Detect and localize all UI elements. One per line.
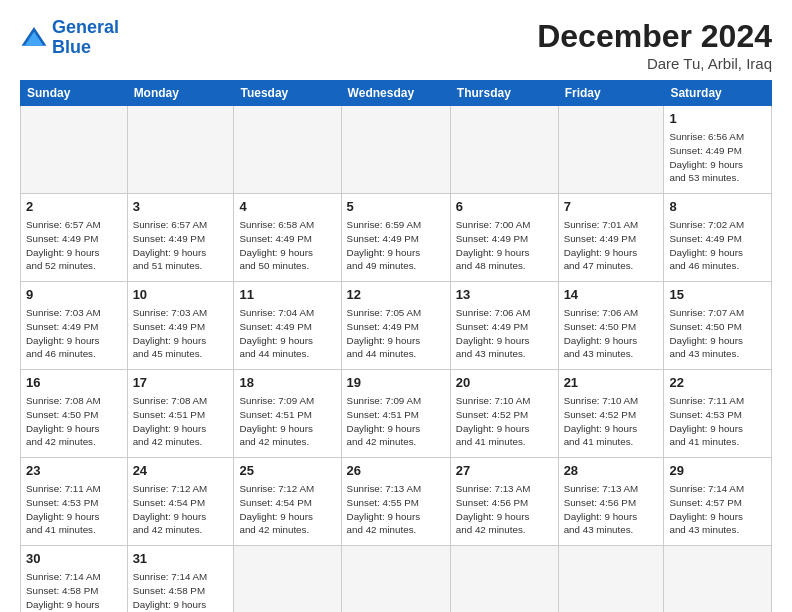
day-info: Sunrise: 7:11 AM Sunset: 4:53 PM Dayligh…: [669, 394, 766, 449]
table-row: 14Sunrise: 7:06 AM Sunset: 4:50 PM Dayli…: [558, 282, 664, 370]
table-row: 11Sunrise: 7:04 AM Sunset: 4:49 PM Dayli…: [234, 282, 341, 370]
day-info: Sunrise: 7:02 AM Sunset: 4:49 PM Dayligh…: [669, 218, 766, 273]
day-number: 31: [133, 550, 229, 568]
logo: General Blue: [20, 18, 119, 58]
table-row: 12Sunrise: 7:05 AM Sunset: 4:49 PM Dayli…: [341, 282, 450, 370]
day-number: 6: [456, 198, 553, 216]
day-info: Sunrise: 7:06 AM Sunset: 4:49 PM Dayligh…: [456, 306, 553, 361]
logo-text: General Blue: [52, 18, 119, 58]
calendar-row: 16Sunrise: 7:08 AM Sunset: 4:50 PM Dayli…: [21, 370, 772, 458]
logo-line1: General: [52, 17, 119, 37]
day-info: Sunrise: 6:58 AM Sunset: 4:49 PM Dayligh…: [239, 218, 335, 273]
calendar-row: 9Sunrise: 7:03 AM Sunset: 4:49 PM Daylig…: [21, 282, 772, 370]
day-info: Sunrise: 6:56 AM Sunset: 4:49 PM Dayligh…: [669, 130, 766, 185]
day-info: Sunrise: 7:09 AM Sunset: 4:51 PM Dayligh…: [347, 394, 445, 449]
table-row: 3Sunrise: 6:57 AM Sunset: 4:49 PM Daylig…: [127, 194, 234, 282]
col-saturday: Saturday: [664, 81, 772, 106]
table-row: 23Sunrise: 7:11 AM Sunset: 4:53 PM Dayli…: [21, 458, 128, 546]
day-info: Sunrise: 7:14 AM Sunset: 4:58 PM Dayligh…: [133, 570, 229, 612]
day-number: 1: [669, 110, 766, 128]
col-thursday: Thursday: [450, 81, 558, 106]
header: General Blue December 2024 Dare Tu, Arbi…: [20, 18, 772, 72]
col-wednesday: Wednesday: [341, 81, 450, 106]
table-row: [21, 106, 128, 194]
day-number: 22: [669, 374, 766, 392]
day-number: 23: [26, 462, 122, 480]
table-row: [450, 546, 558, 613]
col-tuesday: Tuesday: [234, 81, 341, 106]
day-number: 5: [347, 198, 445, 216]
day-info: Sunrise: 7:10 AM Sunset: 4:52 PM Dayligh…: [456, 394, 553, 449]
calendar-row: 1Sunrise: 6:56 AM Sunset: 4:49 PM Daylig…: [21, 106, 772, 194]
table-row: [558, 546, 664, 613]
day-info: Sunrise: 7:07 AM Sunset: 4:50 PM Dayligh…: [669, 306, 766, 361]
calendar-table: Sunday Monday Tuesday Wednesday Thursday…: [20, 80, 772, 612]
table-row: 25Sunrise: 7:12 AM Sunset: 4:54 PM Dayli…: [234, 458, 341, 546]
table-row: [234, 546, 341, 613]
table-row: 6Sunrise: 7:00 AM Sunset: 4:49 PM Daylig…: [450, 194, 558, 282]
table-row: 5Sunrise: 6:59 AM Sunset: 4:49 PM Daylig…: [341, 194, 450, 282]
table-row: [341, 106, 450, 194]
day-number: 8: [669, 198, 766, 216]
calendar-row: 23Sunrise: 7:11 AM Sunset: 4:53 PM Dayli…: [21, 458, 772, 546]
day-number: 12: [347, 286, 445, 304]
day-info: Sunrise: 7:09 AM Sunset: 4:51 PM Dayligh…: [239, 394, 335, 449]
day-number: 11: [239, 286, 335, 304]
day-number: 25: [239, 462, 335, 480]
table-row: 20Sunrise: 7:10 AM Sunset: 4:52 PM Dayli…: [450, 370, 558, 458]
day-number: 2: [26, 198, 122, 216]
calendar-row: 30Sunrise: 7:14 AM Sunset: 4:58 PM Dayli…: [21, 546, 772, 613]
day-info: Sunrise: 7:08 AM Sunset: 4:50 PM Dayligh…: [26, 394, 122, 449]
day-number: 10: [133, 286, 229, 304]
day-number: 15: [669, 286, 766, 304]
table-row: 15Sunrise: 7:07 AM Sunset: 4:50 PM Dayli…: [664, 282, 772, 370]
day-info: Sunrise: 7:14 AM Sunset: 4:58 PM Dayligh…: [26, 570, 122, 612]
day-number: 30: [26, 550, 122, 568]
table-row: 16Sunrise: 7:08 AM Sunset: 4:50 PM Dayli…: [21, 370, 128, 458]
calendar-header-row: Sunday Monday Tuesday Wednesday Thursday…: [21, 81, 772, 106]
day-info: Sunrise: 6:59 AM Sunset: 4:49 PM Dayligh…: [347, 218, 445, 273]
table-row: 4Sunrise: 6:58 AM Sunset: 4:49 PM Daylig…: [234, 194, 341, 282]
table-row: 28Sunrise: 7:13 AM Sunset: 4:56 PM Dayli…: [558, 458, 664, 546]
day-info: Sunrise: 7:11 AM Sunset: 4:53 PM Dayligh…: [26, 482, 122, 537]
day-number: 20: [456, 374, 553, 392]
table-row: 24Sunrise: 7:12 AM Sunset: 4:54 PM Dayli…: [127, 458, 234, 546]
day-number: 13: [456, 286, 553, 304]
table-row: [558, 106, 664, 194]
day-info: Sunrise: 7:08 AM Sunset: 4:51 PM Dayligh…: [133, 394, 229, 449]
table-row: 27Sunrise: 7:13 AM Sunset: 4:56 PM Dayli…: [450, 458, 558, 546]
table-row: [234, 106, 341, 194]
title-block: December 2024 Dare Tu, Arbil, Iraq: [537, 18, 772, 72]
day-info: Sunrise: 7:03 AM Sunset: 4:49 PM Dayligh…: [133, 306, 229, 361]
col-monday: Monday: [127, 81, 234, 106]
day-number: 27: [456, 462, 553, 480]
table-row: 2Sunrise: 6:57 AM Sunset: 4:49 PM Daylig…: [21, 194, 128, 282]
logo-line2: Blue: [52, 37, 91, 57]
day-number: 3: [133, 198, 229, 216]
col-sunday: Sunday: [21, 81, 128, 106]
day-info: Sunrise: 7:14 AM Sunset: 4:57 PM Dayligh…: [669, 482, 766, 537]
day-info: Sunrise: 7:06 AM Sunset: 4:50 PM Dayligh…: [564, 306, 659, 361]
day-number: 4: [239, 198, 335, 216]
table-row: 10Sunrise: 7:03 AM Sunset: 4:49 PM Dayli…: [127, 282, 234, 370]
table-row: 18Sunrise: 7:09 AM Sunset: 4:51 PM Dayli…: [234, 370, 341, 458]
day-info: Sunrise: 6:57 AM Sunset: 4:49 PM Dayligh…: [133, 218, 229, 273]
col-friday: Friday: [558, 81, 664, 106]
table-row: 7Sunrise: 7:01 AM Sunset: 4:49 PM Daylig…: [558, 194, 664, 282]
table-row: 29Sunrise: 7:14 AM Sunset: 4:57 PM Dayli…: [664, 458, 772, 546]
day-number: 17: [133, 374, 229, 392]
table-row: 19Sunrise: 7:09 AM Sunset: 4:51 PM Dayli…: [341, 370, 450, 458]
day-info: Sunrise: 7:13 AM Sunset: 4:55 PM Dayligh…: [347, 482, 445, 537]
table-row: 21Sunrise: 7:10 AM Sunset: 4:52 PM Dayli…: [558, 370, 664, 458]
day-info: Sunrise: 7:00 AM Sunset: 4:49 PM Dayligh…: [456, 218, 553, 273]
table-row: 26Sunrise: 7:13 AM Sunset: 4:55 PM Dayli…: [341, 458, 450, 546]
day-info: Sunrise: 7:03 AM Sunset: 4:49 PM Dayligh…: [26, 306, 122, 361]
day-number: 16: [26, 374, 122, 392]
table-row: 8Sunrise: 7:02 AM Sunset: 4:49 PM Daylig…: [664, 194, 772, 282]
month-title: December 2024: [537, 18, 772, 55]
table-row: [664, 546, 772, 613]
day-number: 28: [564, 462, 659, 480]
table-row: 22Sunrise: 7:11 AM Sunset: 4:53 PM Dayli…: [664, 370, 772, 458]
day-number: 14: [564, 286, 659, 304]
day-info: Sunrise: 7:04 AM Sunset: 4:49 PM Dayligh…: [239, 306, 335, 361]
